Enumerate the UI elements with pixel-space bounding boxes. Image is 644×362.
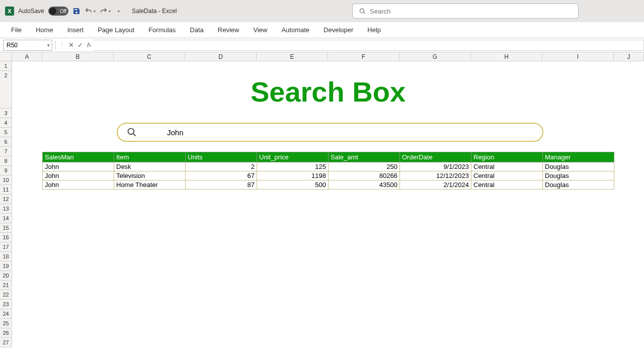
cell-orderdate[interactable]: 2/1/2024 bbox=[400, 180, 471, 190]
qat-customize-icon[interactable]: ▾ bbox=[118, 9, 120, 14]
name-box[interactable]: R50 ▾ bbox=[3, 40, 52, 51]
th-item[interactable]: Item bbox=[114, 152, 186, 162]
tab-view[interactable]: View bbox=[247, 23, 273, 37]
th-unit-price[interactable]: Unit_price bbox=[257, 152, 329, 162]
row-header[interactable]: 11 bbox=[0, 185, 12, 195]
row-header[interactable]: 24 bbox=[0, 309, 12, 319]
row-header[interactable]: 3 bbox=[0, 109, 12, 118]
tab-help[interactable]: Help bbox=[361, 23, 387, 37]
col-header[interactable]: C bbox=[114, 52, 185, 61]
cell-units[interactable]: 2 bbox=[186, 162, 257, 171]
cancel-formula-button[interactable]: ✕ bbox=[66, 41, 75, 50]
row-header[interactable]: 14 bbox=[0, 214, 12, 223]
enter-formula-button[interactable]: ✓ bbox=[75, 41, 85, 50]
cell-orderdate[interactable]: 12/12/2023 bbox=[400, 171, 471, 180]
cell-sale-amt[interactable]: 43500 bbox=[329, 180, 400, 190]
cell-units[interactable]: 67 bbox=[186, 171, 257, 180]
cell-region[interactable]: Central bbox=[471, 162, 543, 171]
row-header[interactable]: 6 bbox=[0, 137, 12, 147]
cell-manager[interactable]: Douglas bbox=[543, 171, 614, 180]
cell-item[interactable]: Home Theater bbox=[114, 180, 186, 190]
redo-button[interactable]: ▾ bbox=[100, 7, 111, 15]
cell-manager[interactable]: Douglas bbox=[543, 162, 614, 171]
th-orderdate[interactable]: OrderDate bbox=[400, 152, 471, 162]
save-icon[interactable] bbox=[72, 7, 80, 15]
tab-automate[interactable]: Automate bbox=[275, 23, 315, 37]
row-header[interactable]: 25 bbox=[0, 319, 12, 328]
col-header[interactable]: H bbox=[471, 52, 542, 61]
row-header[interactable]: 23 bbox=[0, 300, 12, 309]
table-row[interactable]: John Home Theater 87 500 43500 2/1/2024 … bbox=[43, 180, 614, 190]
tab-file[interactable]: File bbox=[5, 23, 28, 37]
cell-salesman[interactable]: John bbox=[43, 180, 114, 190]
row-header[interactable]: 13 bbox=[0, 204, 12, 214]
row-header[interactable]: 5 bbox=[0, 128, 12, 137]
cell-region[interactable]: Central bbox=[471, 180, 543, 190]
cell-salesman[interactable]: John bbox=[43, 171, 114, 180]
th-salesman[interactable]: SalesMan bbox=[43, 152, 114, 162]
cell-sale-amt[interactable]: 80266 bbox=[329, 171, 400, 180]
cell-unit-price[interactable]: 1198 bbox=[257, 171, 329, 180]
app-search-input[interactable] bbox=[370, 8, 572, 15]
tab-developer[interactable]: Developer bbox=[317, 23, 359, 37]
col-header[interactable]: E bbox=[257, 52, 328, 61]
th-region[interactable]: Region bbox=[471, 152, 543, 162]
table-row[interactable]: John Desk 2 125 250 9/1/2023 Central Dou… bbox=[43, 162, 614, 171]
row-header[interactable]: 21 bbox=[0, 281, 12, 290]
th-manager[interactable]: Manager bbox=[543, 152, 614, 162]
app-search[interactable] bbox=[352, 4, 579, 19]
tab-insert[interactable]: Insert bbox=[61, 23, 90, 37]
col-header[interactable]: F bbox=[328, 52, 399, 61]
col-header[interactable]: G bbox=[399, 52, 471, 61]
cell-sale-amt[interactable]: 250 bbox=[329, 162, 400, 171]
separator bbox=[55, 41, 56, 50]
row-header[interactable]: 2 bbox=[0, 71, 12, 109]
col-header[interactable]: A bbox=[12, 52, 42, 61]
row-header[interactable]: 10 bbox=[0, 175, 12, 185]
row-header[interactable]: 4 bbox=[0, 118, 12, 128]
row-header[interactable]: 26 bbox=[0, 328, 12, 338]
row-header[interactable]: 19 bbox=[0, 261, 12, 271]
sheet-search-box[interactable]: John bbox=[117, 123, 543, 142]
fx-button[interactable]: fx bbox=[85, 41, 94, 50]
col-header[interactable]: D bbox=[185, 52, 257, 61]
cells-area[interactable]: Search Box John SalesMan Item Units Unit… bbox=[12, 61, 644, 347]
cell-orderdate[interactable]: 9/1/2023 bbox=[400, 162, 471, 171]
cell-manager[interactable]: Douglas bbox=[543, 180, 614, 190]
th-sale-amt[interactable]: Sale_amt bbox=[329, 152, 400, 162]
cell-salesman[interactable]: John bbox=[43, 162, 114, 171]
col-header[interactable]: I bbox=[542, 52, 614, 61]
tab-data[interactable]: Data bbox=[184, 23, 209, 37]
undo-button[interactable]: ▾ bbox=[85, 7, 96, 15]
row-header[interactable]: 18 bbox=[0, 252, 12, 261]
table-row[interactable]: John Television 67 1198 80266 12/12/2023… bbox=[43, 171, 614, 180]
row-header[interactable]: 20 bbox=[0, 271, 12, 281]
autosave-toggle[interactable]: Off bbox=[48, 7, 68, 16]
row-header[interactable]: 12 bbox=[0, 195, 12, 204]
row-header[interactable]: 16 bbox=[0, 233, 12, 242]
tab-review[interactable]: Review bbox=[212, 23, 246, 37]
row-header[interactable]: 8 bbox=[0, 156, 12, 166]
row-header[interactable]: 17 bbox=[0, 242, 12, 252]
select-all-corner[interactable] bbox=[0, 52, 12, 61]
col-header[interactable]: J bbox=[614, 52, 644, 61]
cell-unit-price[interactable]: 500 bbox=[257, 180, 329, 190]
row-header[interactable]: 1 bbox=[0, 61, 12, 71]
row-header[interactable]: 9 bbox=[0, 166, 12, 175]
tab-formulas[interactable]: Formulas bbox=[142, 23, 182, 37]
col-header[interactable]: B bbox=[42, 52, 114, 61]
cell-item[interactable]: Desk bbox=[114, 162, 186, 171]
row-header[interactable]: 22 bbox=[0, 290, 12, 300]
formula-input[interactable] bbox=[94, 40, 644, 51]
row-header[interactable]: 15 bbox=[0, 223, 12, 233]
row-header[interactable]: 27 bbox=[0, 338, 12, 347]
cell-item[interactable]: Television bbox=[114, 171, 186, 180]
cell-region[interactable]: Central bbox=[471, 171, 543, 180]
cell-unit-price[interactable]: 125 bbox=[257, 162, 329, 171]
cell-units[interactable]: 87 bbox=[186, 180, 257, 190]
row-header[interactable]: 7 bbox=[0, 147, 12, 156]
tab-page-layout[interactable]: Page Layout bbox=[92, 23, 140, 37]
th-units[interactable]: Units bbox=[186, 152, 257, 162]
svg-point-2 bbox=[128, 129, 134, 135]
tab-home[interactable]: Home bbox=[30, 23, 59, 37]
